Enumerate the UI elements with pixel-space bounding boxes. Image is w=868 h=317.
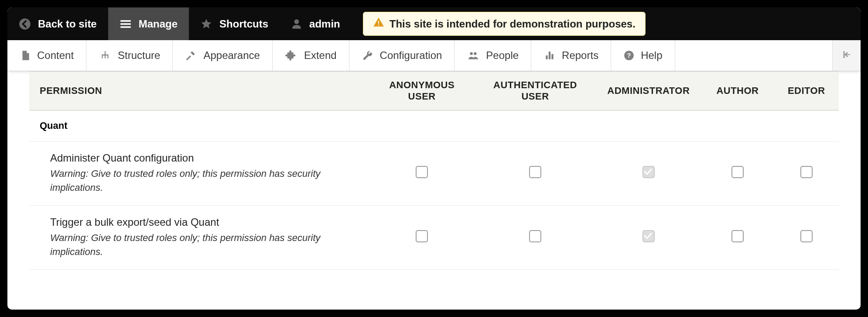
manage-label: Manage: [139, 18, 178, 30]
permission-row: Trigger a bulk export/seed via QuantWarn…: [29, 205, 839, 269]
gavel-icon: [185, 50, 197, 61]
star-icon: [200, 18, 212, 30]
user-menu[interactable]: admin: [280, 7, 352, 40]
admin-menu-label: Help: [641, 49, 662, 62]
admin-menu-label: People: [486, 49, 519, 62]
checkbox[interactable]: [529, 166, 541, 178]
permission-label-cell: Trigger a bulk export/seed via QuantWarn…: [29, 205, 369, 269]
svg-point-0: [19, 18, 31, 30]
col-anonymous: ANONYMOUSUSER: [369, 72, 475, 110]
col-permission: PERMISSION: [29, 72, 369, 110]
perm-cell-administrator: [596, 141, 701, 206]
perm-cell-editor: [774, 205, 839, 269]
user-icon: [291, 18, 302, 30]
admin-menu-structure[interactable]: Structure: [86, 40, 173, 71]
svg-rect-2: [378, 24, 379, 25]
checkbox[interactable]: [800, 230, 813, 242]
user-label: admin: [309, 18, 340, 30]
permission-row: Administer Quant configurationWarning: G…: [29, 141, 839, 206]
warning-icon: [373, 17, 384, 31]
perm-cell-administrator: [596, 205, 701, 269]
top-toolbar: Back to site Manage Shortcuts admin: [7, 7, 861, 40]
admin-menu-label: Appearance: [203, 49, 260, 62]
shortcuts-link[interactable]: Shortcuts: [189, 7, 280, 40]
admin-menu-label: Configuration: [380, 49, 442, 62]
admin-menu-label: Structure: [118, 49, 160, 62]
admin-menu-reports[interactable]: Reports: [531, 40, 611, 71]
back-to-site-label: Back to site: [38, 18, 97, 30]
hamburger-icon: [120, 18, 132, 30]
admin-menu-configuration[interactable]: Configuration: [349, 40, 455, 71]
permission-name: Administer Quant configuration: [50, 152, 365, 164]
permissions-table-wrapper: PERMISSION ANONYMOUSUSER AUTHENTICATEDUS…: [7, 71, 861, 270]
checkbox[interactable]: [731, 166, 744, 178]
svg-text:?: ?: [627, 52, 631, 59]
col-administrator: ADMINISTRATOR: [596, 72, 701, 110]
perm-cell-anonymous: [369, 205, 475, 269]
perm-cell-author: [701, 205, 774, 269]
col-authenticated: AUTHENTICATEDUSER: [475, 72, 596, 110]
permission-description: Warning: Give to trusted roles only; thi…: [50, 231, 329, 259]
hierarchy-icon: [99, 50, 112, 61]
admin-menu-label: Reports: [562, 49, 598, 62]
svg-rect-1: [378, 21, 379, 24]
module-row: Quant: [29, 110, 839, 141]
perm-cell-editor: [774, 141, 839, 206]
admin-menu-help[interactable]: ? Help: [611, 40, 675, 71]
col-author: AUTHOR: [701, 72, 774, 110]
admin-menu-appearance[interactable]: Appearance: [173, 40, 272, 71]
checkbox[interactable]: [731, 230, 744, 242]
module-name: Quant: [29, 110, 839, 141]
checkbox[interactable]: [529, 230, 541, 242]
col-editor: EDITOR: [774, 72, 839, 110]
perm-cell-authenticated: [475, 141, 596, 206]
permission-description: Warning: Give to trusted roles only; thi…: [50, 167, 329, 195]
checkbox[interactable]: [416, 230, 428, 242]
permission-label-cell: Administer Quant configurationWarning: G…: [29, 141, 369, 206]
checkbox[interactable]: [800, 166, 813, 178]
manage-toggle[interactable]: Manage: [108, 7, 189, 40]
demo-banner: This site is intended for demonstration …: [363, 12, 646, 36]
permission-name: Trigger a bulk export/seed via Quant: [50, 216, 365, 228]
perm-cell-authenticated: [475, 205, 596, 269]
permissions-header-row: PERMISSION ANONYMOUSUSER AUTHENTICATEDUS…: [29, 72, 839, 110]
people-icon: [467, 50, 480, 61]
checkbox[interactable]: [416, 166, 428, 178]
arrow-left-icon: [841, 49, 853, 62]
admin-menu-spacer: [675, 40, 833, 71]
demo-banner-text: This site is intended for demonstration …: [390, 18, 636, 30]
chevron-left-icon: [19, 18, 31, 30]
admin-menu-extend[interactable]: Extend: [273, 40, 349, 71]
help-icon: ?: [623, 50, 635, 61]
wrench-icon: [362, 50, 374, 61]
back-to-site-link[interactable]: Back to site: [7, 7, 108, 40]
admin-menu-label: Extend: [304, 49, 337, 62]
shortcuts-label: Shortcuts: [219, 18, 268, 30]
perm-cell-anonymous: [369, 141, 475, 206]
collapse-toolbar-button[interactable]: [833, 40, 861, 71]
admin-menu-label: Content: [37, 49, 74, 62]
bar-chart-icon: [543, 50, 556, 61]
perm-cell-author: [701, 141, 774, 206]
admin-menu: Content Structure Appearance Extend Conf…: [7, 40, 861, 71]
permissions-table: PERMISSION ANONYMOUSUSER AUTHENTICATEDUS…: [29, 71, 839, 270]
admin-menu-content[interactable]: Content: [7, 40, 86, 71]
admin-menu-people[interactable]: People: [455, 40, 531, 71]
document-icon: [20, 50, 31, 61]
checkbox: [642, 230, 655, 242]
puzzle-icon: [285, 49, 298, 62]
checkbox: [642, 166, 655, 178]
